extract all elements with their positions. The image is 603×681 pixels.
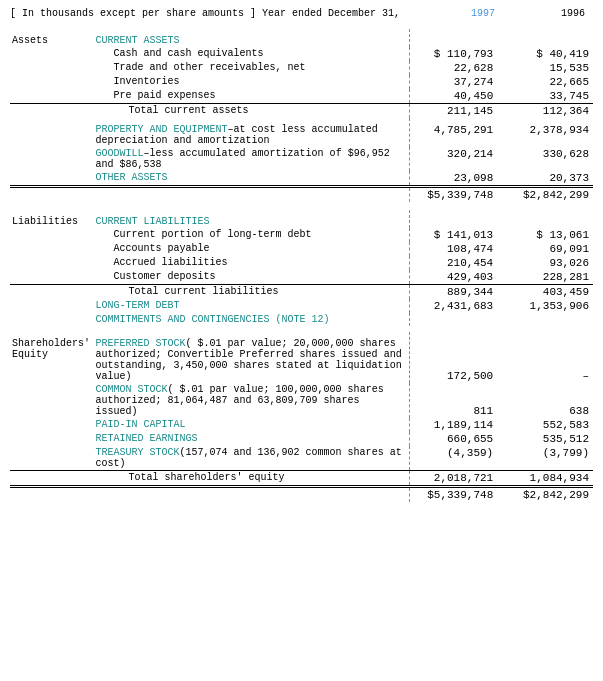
assets-total-1996: $2,842,299 <box>501 187 593 203</box>
current-liabilities-heading: CURRENT LIABILITIES <box>94 210 410 228</box>
total-current-liab-1996: 403,459 <box>501 285 593 300</box>
year-1997: 1997 <box>413 8 503 19</box>
total-current-assets-1997: 211,145 <box>410 104 502 119</box>
prepaid-1996: 33,745 <box>501 89 593 104</box>
ltd-1996: $ 13,061 <box>501 228 593 242</box>
header-note: [ In thousands except per share amounts … <box>10 8 400 19</box>
retained-1996: 535,512 <box>501 432 593 446</box>
other-assets-heading: OTHER ASSETS <box>94 171 410 187</box>
long-term-debt-1996: 1,353,906 <box>501 299 593 313</box>
equity-total-1996: 1,084,934 <box>501 471 593 487</box>
paid-in-heading: PAID-IN CAPITAL <box>94 418 410 432</box>
paid-in-1997: 1,189,114 <box>410 418 502 432</box>
accrued-label: Accrued liabilities <box>94 256 410 270</box>
commitments-heading: COMMITMENTS AND CONTINGENCIES (NOTE 12) <box>94 313 410 326</box>
prepaid-label: Pre paid expenses <box>94 89 410 104</box>
treasury-1996: (3,799) <box>501 446 593 471</box>
goodwill-heading: GOODWILL–less accumulated amortization o… <box>94 147 410 171</box>
goodwill-1997: 320,214 <box>410 147 502 171</box>
equity-total-1997: 2,018,721 <box>410 471 502 487</box>
assets-section-label: Assets <box>10 29 94 47</box>
long-term-debt-heading: LONG-TERM DEBT <box>94 299 410 313</box>
preferred-1997: 172,500 <box>410 332 502 383</box>
other-assets-1997: 23,098 <box>410 171 502 187</box>
col-1996-spacer <box>501 29 593 47</box>
prepaid-1997: 40,450 <box>410 89 502 104</box>
total-current-assets-label: Total current assets <box>94 104 410 119</box>
treasury-1997: (4,359) <box>410 446 502 471</box>
preferred-stock-cell: PREFERRED STOCK( $.01 par value; 20,000,… <box>94 332 410 383</box>
goodwill-1996: 330,628 <box>501 147 593 171</box>
common-1997: 811 <box>410 383 502 418</box>
treasury-stock-cell: TREASURY STOCK(157,074 and 136,902 commo… <box>94 446 410 471</box>
total-current-liab-1997: 889,344 <box>410 285 502 300</box>
grand-total-1996: $2,842,299 <box>501 487 593 503</box>
property-heading: PROPERTY AND EQUIPMENT–at cost less accu… <box>94 118 410 147</box>
retained-heading: RETAINED EARNINGS <box>94 432 410 446</box>
accrued-1997: 210,454 <box>410 256 502 270</box>
ap-label: Accounts payable <box>94 242 410 256</box>
accrued-1996: 93,026 <box>501 256 593 270</box>
grand-total-1997: $5,339,748 <box>410 487 502 503</box>
total-current-assets-1996: 112,364 <box>501 104 593 119</box>
equity-total-label: Total shareholders' equity <box>94 471 410 487</box>
preferred-1996: – <box>501 332 593 383</box>
deposits-1997: 429,403 <box>410 270 502 285</box>
assets-total-1997: $5,339,748 <box>410 187 502 203</box>
header: [ In thousands except per share amounts … <box>10 8 593 19</box>
inventories-1996: 22,665 <box>501 75 593 89</box>
inventories-1997: 37,274 <box>410 75 502 89</box>
current-assets-heading: CURRENT ASSETS <box>94 29 410 47</box>
deposits-label: Customer deposits <box>94 270 410 285</box>
year-1996: 1996 <box>503 8 593 19</box>
property-1996: 2,378,934 <box>501 118 593 147</box>
inventories-label: Inventories <box>94 75 410 89</box>
retained-1997: 660,655 <box>410 432 502 446</box>
cash-1996: $ 40,419 <box>501 47 593 61</box>
deposits-1996: 228,281 <box>501 270 593 285</box>
receivables-label: Trade and other receivables, net <box>94 61 410 75</box>
assets-total-spacer <box>94 187 410 203</box>
common-stock-cell: COMMON STOCK( $.01 par value; 100,000,00… <box>94 383 410 418</box>
ltd-1997: $ 141,013 <box>410 228 502 242</box>
total-current-liab-label: Total current liabilities <box>94 285 410 300</box>
ap-1997: 108,474 <box>410 242 502 256</box>
ltd-label: Current portion of long-term debt <box>94 228 410 242</box>
common-1996: 638 <box>501 383 593 418</box>
receivables-1996: 15,535 <box>501 61 593 75</box>
long-term-debt-1997: 2,431,683 <box>410 299 502 313</box>
cash-1997: $ 110,793 <box>410 47 502 61</box>
other-assets-1996: 20,373 <box>501 171 593 187</box>
liabilities-section-label: Liabilities <box>10 210 94 228</box>
receivables-1997: 22,628 <box>410 61 502 75</box>
paid-in-1996: 552,583 <box>501 418 593 432</box>
ap-1996: 69,091 <box>501 242 593 256</box>
equity-section-label: Shareholders' Equity <box>10 332 94 383</box>
col-1997-spacer <box>410 29 502 47</box>
property-1997: 4,785,291 <box>410 118 502 147</box>
cash-label: Cash and cash equivalents <box>94 47 410 61</box>
